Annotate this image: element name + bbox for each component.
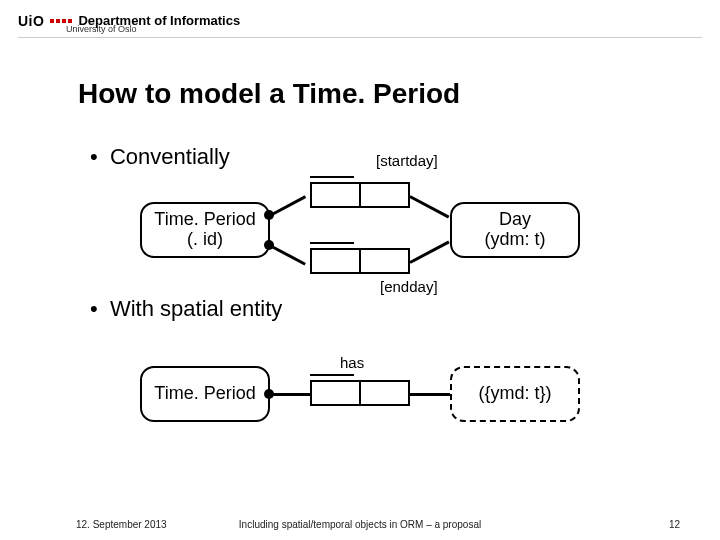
rolepair-endday (310, 248, 410, 274)
mandatory-dot-icon (264, 389, 274, 399)
entity-day-ref: (ydm: t) (485, 230, 546, 250)
role-cell (312, 250, 361, 272)
entity-timeperiod-label: Time. Period (154, 210, 255, 230)
diagram-spatial: Time. Period ({ymd: t}) has (140, 334, 580, 434)
footer-title: Including spatial/temporal objects in OR… (239, 519, 481, 530)
logo-text: UiO (18, 13, 44, 29)
connector-line (270, 393, 310, 396)
role-cell (361, 250, 408, 272)
connector-line (410, 393, 450, 396)
uniqueness-bar-bottom (310, 242, 354, 244)
value-ymd-label: ({ymd: t}) (478, 384, 551, 404)
entity-day-label: Day (499, 210, 531, 230)
logo-dots-icon (50, 19, 72, 23)
rolepair-has (310, 380, 410, 406)
slide: UiO Department of Informatics University… (0, 0, 720, 540)
bullet-spatial: • With spatial entity (90, 296, 282, 322)
reading-endday: [endday] (380, 278, 438, 295)
footer-page-number: 12 (669, 519, 680, 530)
entity-timeperiod: Time. Period (. id) (140, 202, 270, 258)
bullet-spatial-text: With spatial entity (110, 296, 282, 321)
reading-has: has (340, 354, 364, 371)
connector-line (409, 240, 449, 263)
entity-day: Day (ydm: t) (450, 202, 580, 258)
uniqueness-bar-top (310, 176, 354, 178)
diagram-conventional: Time. Period (. id) Day (ydm: t) [startd… (140, 170, 580, 290)
page-title: How to model a Time. Period (78, 78, 460, 110)
role-cell (361, 382, 408, 404)
connector-line (269, 244, 305, 265)
connector-line (409, 195, 449, 218)
university-name: University of Oslo (66, 24, 137, 34)
footer-date: 12. September 2013 (76, 519, 167, 530)
value-ymd: ({ymd: t}) (450, 366, 580, 422)
bullet-conventionally: • Conventially (90, 144, 230, 170)
entity-timeperiod-2: Time. Period (140, 366, 270, 422)
mandatory-dot-icon (264, 240, 274, 250)
connector-line (269, 195, 305, 216)
role-cell (361, 184, 408, 206)
uniqueness-bar-has (310, 374, 354, 376)
mandatory-dot-icon (264, 210, 274, 220)
bullet-conventionally-text: Conventially (110, 144, 230, 169)
rolepair-startday (310, 182, 410, 208)
entity-timeperiod-2-label: Time. Period (154, 384, 255, 404)
role-cell (312, 382, 361, 404)
reading-startday: [startday] (376, 152, 438, 169)
role-cell (312, 184, 361, 206)
entity-timeperiod-ref: (. id) (187, 230, 223, 250)
